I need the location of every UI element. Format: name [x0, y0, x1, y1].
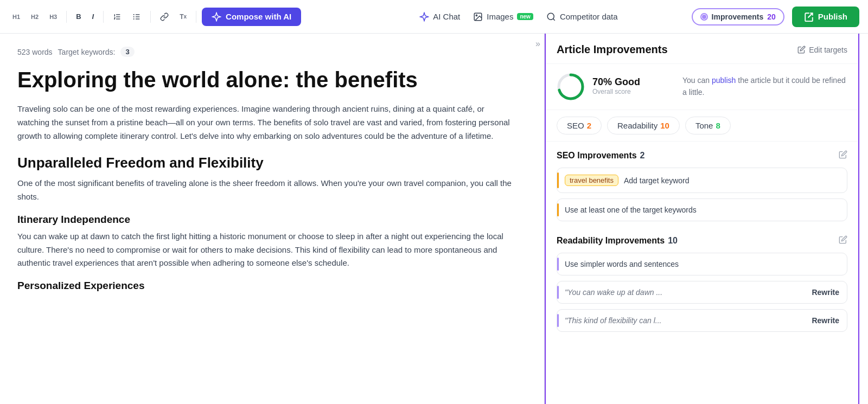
- tab-tone[interactable]: Tone 8: [685, 117, 731, 134]
- toolbar-left: H1 H2 H3 B I Tx Compose with AI: [9, 8, 346, 26]
- toolbar-right: Improvements 20 Publish: [692, 7, 859, 27]
- sidebar-header: Article Improvements Edit targets: [546, 34, 858, 64]
- h3-personalized[interactable]: Personalized Experiences: [17, 280, 514, 292]
- italic-button[interactable]: I: [88, 10, 98, 23]
- h3-itinerary[interactable]: Itinerary Independence: [17, 214, 514, 226]
- divider-3: [150, 11, 151, 23]
- readability-improvements-section: Readability Improvements 10 Use simpler …: [546, 227, 858, 332]
- target-keywords-label: Target keywords:: [58, 48, 116, 56]
- h2-freedom[interactable]: Unparalleled Freedom and Flexibility: [17, 155, 514, 171]
- svg-point-8: [133, 18, 135, 20]
- ordered-list-button[interactable]: [109, 10, 125, 23]
- score-headline: 70% Good: [592, 76, 675, 88]
- svg-point-7: [133, 16, 135, 17]
- readability-edit-icon[interactable]: [839, 235, 847, 246]
- competitor-label: Competitor data: [560, 12, 618, 21]
- score-publish-link[interactable]: publish: [712, 76, 736, 85]
- sidebar-title: Article Improvements: [557, 43, 668, 56]
- seo-improvements-section: SEO Improvements 2 travel benefits Add t…: [546, 142, 858, 221]
- score-section: 70% Good Overall score You can publish t…: [546, 64, 858, 110]
- ai-chat-nav[interactable]: AI Chat: [419, 12, 460, 22]
- svg-point-11: [547, 13, 554, 20]
- tab-seo[interactable]: SEO 2: [557, 117, 602, 134]
- tab-readability-count: 10: [660, 121, 669, 130]
- overall-score-label: Overall score: [592, 88, 675, 95]
- score-ring: [557, 73, 585, 101]
- readability-item-2: "You can wake up at dawn ... Rewrite: [557, 281, 847, 304]
- word-count-bar: 523 words Target keywords: 3: [17, 47, 514, 57]
- article-title[interactable]: Exploring the world alone: the benefits: [17, 67, 514, 93]
- improvements-label: Improvements: [712, 12, 764, 21]
- readability-item-3: "This kind of flexibility can l... Rewri…: [557, 309, 847, 332]
- divider-2: [103, 11, 104, 23]
- seo-item-1: travel benefits Add target keyword: [557, 168, 847, 193]
- readability-section-heading: Readability Improvements 10: [557, 235, 847, 246]
- score-percent-label: 70% Good: [592, 76, 640, 87]
- tab-readability-label: Readability: [617, 121, 658, 130]
- article-body: Exploring the world alone: the benefits …: [17, 67, 514, 292]
- improvements-button[interactable]: Improvements 20: [692, 8, 784, 25]
- score-tabs: SEO 2 Readability 10 Tone 8: [546, 110, 858, 142]
- seo-section-heading: SEO Improvements 2: [557, 150, 847, 161]
- divider-1: [66, 11, 67, 23]
- clear-format-button[interactable]: Tx: [176, 11, 190, 23]
- readability-count: 10: [668, 236, 678, 246]
- compose-label: Compose with AI: [226, 12, 291, 21]
- score-label-wrap: 70% Good Overall score: [592, 76, 675, 97]
- svg-line-12: [553, 18, 554, 20]
- tab-tone-label: Tone: [695, 121, 713, 130]
- score-desc-prefix: You can: [682, 76, 712, 85]
- toolbar: H1 H2 H3 B I Tx Compose with AI AI Chat: [0, 0, 868, 34]
- images-nav[interactable]: Images new: [473, 12, 533, 22]
- score-description: You can publish the article but it could…: [682, 75, 847, 98]
- seo-item-1-text: Add target keyword: [624, 176, 690, 185]
- improvements-count: 20: [767, 12, 776, 21]
- seo-count: 2: [640, 151, 645, 161]
- article-improvements-sidebar: Article Improvements Edit targets 70% Go…: [545, 34, 859, 404]
- seo-edit-icon[interactable]: [839, 150, 847, 161]
- compose-with-ai-button[interactable]: Compose with AI: [202, 8, 301, 26]
- keyword-count-badge: 3: [120, 47, 134, 57]
- word-count: 523 words: [17, 48, 53, 56]
- tab-seo-label: SEO: [567, 121, 584, 130]
- tab-readability[interactable]: Readability 10: [607, 117, 680, 134]
- collapse-icon: »: [535, 39, 540, 49]
- readability-item-1-text: Use simpler words and sentences: [565, 260, 679, 268]
- publish-label: Publish: [818, 12, 847, 21]
- readability-item-3-rewrite[interactable]: Rewrite: [812, 316, 839, 325]
- readability-item-3-quote: "This kind of flexibility can l...: [565, 316, 661, 325]
- collapse-handle[interactable]: »: [532, 34, 545, 404]
- competitor-nav[interactable]: Competitor data: [546, 12, 618, 22]
- edit-targets-label: Edit targets: [809, 46, 847, 54]
- svg-point-10: [476, 15, 477, 16]
- edit-targets-button[interactable]: Edit targets: [797, 46, 847, 54]
- link-button[interactable]: [156, 10, 173, 23]
- seo-heading-label: SEO Improvements: [557, 151, 637, 161]
- main-layout: 523 words Target keywords: 3 Exploring t…: [0, 34, 868, 404]
- readability-item-2-rewrite[interactable]: Rewrite: [812, 288, 839, 297]
- images-label: Images: [487, 12, 513, 21]
- tab-seo-count: 2: [587, 121, 591, 130]
- editor-area[interactable]: 523 words Target keywords: 3 Exploring t…: [0, 34, 532, 404]
- paragraph-2[interactable]: One of the most significant benefits of …: [17, 177, 514, 204]
- unordered-list-button[interactable]: [129, 10, 145, 23]
- paragraph-1[interactable]: Traveling solo can be one of the most re…: [17, 102, 514, 143]
- toolbar-center: AI Chat Images new Competitor data: [350, 12, 687, 22]
- h2-button[interactable]: H2: [27, 11, 42, 22]
- h1-button[interactable]: H1: [9, 11, 24, 22]
- tab-tone-count: 8: [716, 121, 720, 130]
- h3-button[interactable]: H3: [46, 11, 61, 22]
- publish-button[interactable]: Publish: [792, 7, 859, 27]
- keyword-chip-travel-benefits: travel benefits: [565, 175, 618, 186]
- paragraph-3[interactable]: You can wake up at dawn to catch the fir…: [17, 230, 514, 270]
- new-badge: new: [517, 13, 533, 20]
- divider-4: [196, 11, 196, 23]
- readability-item-2-quote: "You can wake up at dawn ...: [565, 288, 662, 297]
- svg-point-6: [133, 14, 135, 15]
- seo-item-2: Use at least one of the target keywords: [557, 198, 847, 221]
- seo-item-2-text: Use at least one of the target keywords: [565, 206, 697, 214]
- readability-heading-label: Readability Improvements: [557, 236, 665, 246]
- ai-chat-label: AI Chat: [433, 12, 460, 21]
- readability-item-1: Use simpler words and sentences: [557, 253, 847, 275]
- bold-button[interactable]: B: [72, 10, 85, 23]
